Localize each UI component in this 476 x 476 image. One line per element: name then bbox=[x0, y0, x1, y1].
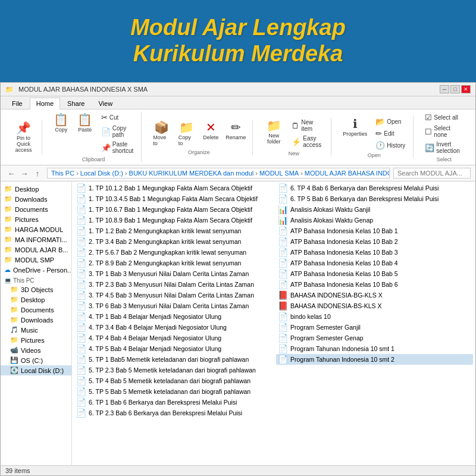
sidebar-item-pictures[interactable]: 📁 Pictures bbox=[1, 214, 71, 224]
paste-shortcut-button[interactable]: 📌 Paste shortcut bbox=[98, 140, 137, 155]
sidebar-item-desktop2[interactable]: 📁 Desktop bbox=[1, 295, 71, 305]
sidebar-item-documents[interactable]: 📁 Documents bbox=[1, 204, 71, 214]
list-item[interactable]: 📄4. TP 4 Bab 4 Belajar Menjadi Negosiato… bbox=[74, 333, 271, 343]
sidebar-item-osc[interactable]: 💾 OS (C:) bbox=[1, 355, 71, 365]
list-item[interactable]: 📄ATP Bahasa Indonesia Kelas 10 Bab 2 bbox=[276, 236, 473, 247]
list-item[interactable]: 📄ATP Bahasa Indonesia Kelas 10 Bab 3 bbox=[276, 247, 473, 258]
list-item[interactable]: 📄3. TP 1 Bab 3 Menyusuri Nilai Dalam Cer… bbox=[74, 268, 271, 279]
list-item[interactable]: 📄4. TP 3.4 Bab 4 Belajar Menjadi Negosia… bbox=[74, 322, 271, 333]
sidebar-item-pictures2[interactable]: 📁 Pictures bbox=[1, 335, 71, 345]
list-item[interactable]: 📄1. TP 10.8.9 Bab 1 Megungkap Fakta Alam… bbox=[74, 215, 271, 226]
list-item[interactable]: 📄Program Tahunan Indonesia 10 smt 1 bbox=[276, 343, 473, 354]
list-item[interactable]: 📄5. TP 5 Bab 5 Memetik keteladanan dari … bbox=[74, 386, 271, 397]
history-icon: 🕐 bbox=[375, 141, 385, 150]
sidebar-item-downloads2[interactable]: 📁 Downloads bbox=[1, 315, 71, 325]
list-item[interactable]: 📄Program Semester Genap bbox=[276, 333, 473, 343]
list-item[interactable]: 📊Analisis Alokasi Waktu Ganjil bbox=[276, 204, 473, 215]
sidebar-item-modul-ajar[interactable]: 📁 MODUL AJAR B... bbox=[1, 245, 71, 255]
list-item[interactable]: 📄6. TP 5 Bab 6 Berkarya dan Berekspresi … bbox=[276, 193, 473, 204]
sidebar-item-localdisk[interactable]: 💽 Local Disk (D:) bbox=[1, 365, 71, 375]
list-item[interactable]: 📄5. TP 2.3 Bab 5 Memetik keteladanan dar… bbox=[74, 365, 271, 375]
list-item[interactable]: 📄4. TP 5 Bab 4 Belajar Menjadi Negosiato… bbox=[74, 343, 271, 354]
path-thispc[interactable]: This PC bbox=[51, 170, 74, 177]
list-item[interactable]: 📄Program Semester Ganjil bbox=[276, 322, 473, 333]
sidebar-item-harga[interactable]: 📁 HARGA MODUL bbox=[1, 224, 71, 234]
file-col-right: 📄6. TP 4 Bab 6 Berkarya dan Berekspresi … bbox=[274, 181, 475, 465]
list-item[interactable]: 📄2. TP 8.9 Bab 2 Mengungkapkan kritik le… bbox=[74, 258, 271, 268]
list-item[interactable]: 📕BAHASA INDONESIA-BG-KLS X bbox=[276, 290, 473, 300]
tab-file[interactable]: File bbox=[5, 98, 29, 109]
tab-share[interactable]: Share bbox=[61, 98, 91, 109]
list-item[interactable]: 📄3. TP 2.3 Bab 3 Menyusuri Nilai Dalam C… bbox=[74, 279, 271, 290]
list-item[interactable]: 📄3. TP 4.5 Bab 3 Menyusuri Nilai Dalam C… bbox=[74, 290, 271, 300]
history-button[interactable]: 🕐 History bbox=[372, 140, 408, 151]
forward-button[interactable]: → bbox=[18, 167, 30, 179]
pin-button[interactable]: 📌 Pin to Quick access bbox=[10, 120, 37, 155]
invert-selection-button[interactable]: 🔄 Invert selection bbox=[422, 140, 466, 155]
list-item[interactable]: 📄4. TP 1 Bab 4 Belajar Menjadi Negosiato… bbox=[74, 311, 271, 322]
list-item[interactable]: 📄6. TP 4 Bab 6 Berkarya dan Berekspresi … bbox=[276, 183, 473, 193]
copy-large-button[interactable]: 📋 Copy bbox=[51, 112, 72, 134]
list-item[interactable]: 📄2. TP 3.4 Bab 2 Mengungkapkan kritik le… bbox=[74, 236, 271, 247]
copy-path-button[interactable]: 📄 Copy path bbox=[98, 124, 137, 139]
sidebar-item-documents2[interactable]: 📁 Documents bbox=[1, 305, 71, 315]
list-item[interactable]: 📄ATP Bahasa Indonesia Kelas 10 Bab 6 bbox=[276, 279, 473, 290]
maximize-button[interactable]: □ bbox=[450, 85, 460, 93]
list-item[interactable]: 📄1. TP 1.2 Bab 2 Mengungkapkan kritik le… bbox=[74, 226, 271, 236]
new-item-button[interactable]: 🗒 New item bbox=[289, 118, 326, 133]
close-button[interactable]: ✕ bbox=[461, 85, 471, 93]
tab-view[interactable]: View bbox=[92, 98, 119, 109]
list-item[interactable]: 📄1. TP 10.3.4.5 Bab 1 Megungkap Fakta Al… bbox=[74, 193, 271, 204]
sidebar-item-desktop[interactable]: 📁 Desktop bbox=[1, 184, 71, 194]
sidebar-item-ma-info[interactable]: 📁 MA INFORMATI... bbox=[1, 234, 71, 245]
move-to-button[interactable]: 📦 Move to bbox=[150, 120, 173, 148]
select-all-button[interactable]: ☑ Select all bbox=[422, 112, 466, 123]
sidebar-item-onedrive[interactable]: ☁ OneDrive - Person... bbox=[1, 265, 71, 275]
up-button[interactable]: ↑ bbox=[32, 167, 43, 179]
file-name: 3. TP 6 Bab 3 Menyusuri Nilai Dalam Ceri… bbox=[89, 302, 249, 309]
list-item[interactable]: 📕BAHASA INDONESIA-BS-KLS X bbox=[276, 300, 473, 311]
copy-to-button[interactable]: 📁 Copy to bbox=[176, 120, 198, 148]
cut-button[interactable]: ✂ Cut bbox=[98, 112, 137, 123]
back-button[interactable]: ← bbox=[5, 167, 17, 179]
list-item[interactable]: 📄ATP Bahasa Indonesia Kelas 10 Bab 5 bbox=[276, 268, 473, 279]
paste-large-button[interactable]: 📋 Paste bbox=[74, 112, 96, 134]
search-input[interactable] bbox=[393, 168, 471, 178]
path-localdisk[interactable]: Local Disk (D:) bbox=[80, 170, 123, 177]
list-item[interactable]: 📄2. TP 5.6.7 Bab 2 Mengungkapkan kritik … bbox=[74, 247, 271, 258]
list-item[interactable]: 📄1. TP 10.6.7 Bab 1 Megungkap Fakta Alam… bbox=[74, 204, 271, 215]
list-item[interactable]: 📄5. TP 4 Bab 5 Memetik keteladanan dari … bbox=[74, 375, 271, 386]
open-button[interactable]: 📂 Open bbox=[372, 116, 408, 127]
list-item[interactable]: 📄ATP Bahasa Indonesia Kelas 10 Bab 4 bbox=[276, 258, 473, 268]
list-item[interactable]: 📄bindo kelas 10 bbox=[276, 311, 473, 322]
path-buku[interactable]: BUKU KURIKULUM MERDEKA dan modul bbox=[129, 170, 254, 177]
tab-home[interactable]: Home bbox=[30, 98, 60, 109]
properties-button[interactable]: ℹ Properties bbox=[340, 116, 370, 139]
sidebar-item-music[interactable]: 🎵 Music bbox=[1, 325, 71, 335]
sidebar-item-downloads[interactable]: 📁 Downloads bbox=[1, 194, 71, 204]
list-item[interactable]: 📄5. TP 1 Bab5 Memetik keteladanan dari b… bbox=[74, 354, 271, 365]
select-label: Select bbox=[437, 155, 452, 162]
list-item[interactable]: 📄ATP Bahasa Indonesia Kelas 10 Bab 1 bbox=[276, 226, 473, 236]
edit-button[interactable]: ✏ Edit bbox=[372, 128, 408, 139]
sidebar-item-videos[interactable]: 📹 Videos bbox=[1, 345, 71, 355]
list-item[interactable]: 📄Program Tahunan Indonesia 10 smt 2 bbox=[276, 354, 473, 365]
new-folder-button[interactable]: 📁 New folder bbox=[261, 118, 286, 146]
sidebar-item-3dobjects[interactable]: 📁 3D Objects bbox=[1, 284, 71, 295]
file-name: 1. TP 1.2 Bab 2 Mengungkapkan kritik lew… bbox=[89, 227, 241, 234]
list-item[interactable]: 📄3. TP 6 Bab 3 Menyusuri Nilai Dalam Cer… bbox=[74, 300, 271, 311]
rename-button[interactable]: ✏ Rename bbox=[224, 120, 248, 142]
path-modul-bahasa[interactable]: MODUL AJAR BAHASA INDONESIA X SMA bbox=[305, 170, 390, 177]
organize-btns: 📦 Move to 📁 Copy to ✕ Delete ✏ Rename bbox=[150, 120, 248, 148]
list-item[interactable]: 📄1. TP 10.1.2 Bab 1 Megungkap Fakta Alam… bbox=[74, 183, 271, 193]
sidebar-item-modul-smp[interactable]: 📁 MODUL SMP bbox=[1, 255, 71, 265]
minimize-button[interactable]: ─ bbox=[440, 85, 449, 93]
list-item[interactable]: 📄6. TP 1 Bab 6 Berkarya dan Berekspresi … bbox=[74, 397, 271, 408]
select-none-button[interactable]: ☐ Select none bbox=[422, 124, 466, 139]
list-item[interactable]: 📊Analisis Alokasi Waktu Genap bbox=[276, 215, 473, 226]
address-path[interactable]: This PC › Local Disk (D:) › BUKU KURIKUL… bbox=[47, 168, 390, 178]
delete-button[interactable]: ✕ Delete bbox=[200, 120, 221, 142]
path-modul-sma[interactable]: MODUL SMA bbox=[259, 170, 299, 177]
easy-access-button[interactable]: ⚡ Easy access bbox=[289, 134, 326, 149]
list-item[interactable]: 📄6. TP 2.3 Bab 6 Berkarya dan Berekspres… bbox=[74, 408, 271, 418]
